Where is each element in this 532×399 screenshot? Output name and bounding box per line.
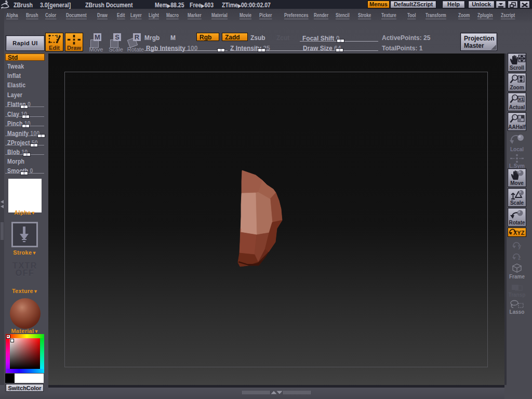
svg-text:XYZ: XYZ	[513, 230, 525, 236]
svg-text:y: y	[518, 243, 522, 249]
svg-text:x1: x1	[518, 97, 524, 102]
svg-text:z: z	[518, 255, 521, 261]
